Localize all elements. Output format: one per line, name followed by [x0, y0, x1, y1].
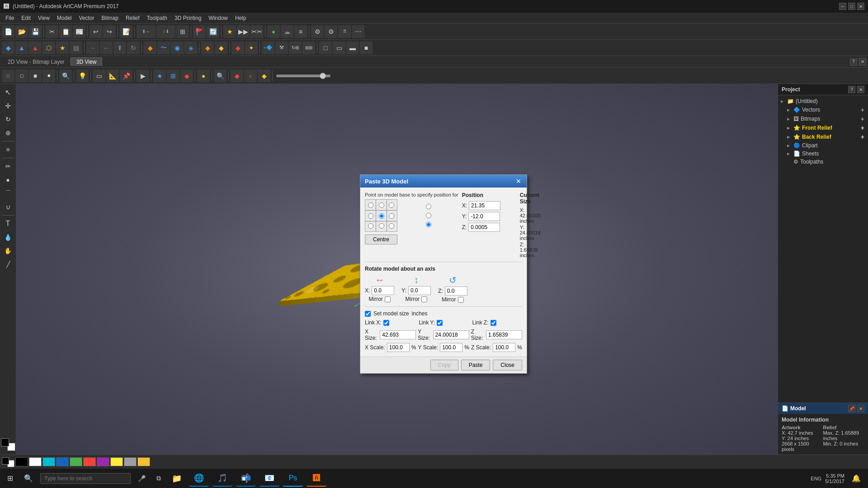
cloud-button[interactable]: ☁: [281, 25, 293, 38]
play-btn[interactable]: ▶: [137, 70, 149, 82]
color-cyan[interactable]: [42, 457, 55, 466]
copy-tb-button[interactable]: 📋: [59, 25, 72, 38]
color-black[interactable]: [15, 457, 28, 466]
point-bl[interactable]: [368, 223, 373, 229]
select-tool[interactable]: ↖: [2, 86, 14, 99]
pattern-button[interactable]: ⠿: [338, 25, 351, 38]
line-tool[interactable]: ╱: [2, 258, 14, 271]
draw-tool[interactable]: ✏: [2, 160, 14, 173]
front-add-btn[interactable]: +: [861, 124, 864, 131]
z-mid-radio[interactable]: [426, 213, 431, 218]
yellow-shape-btn[interactable]: ◆: [215, 42, 227, 54]
bitmaps-add-btn[interactable]: +: [861, 115, 864, 122]
view-side-btn[interactable]: ◽: [42, 70, 55, 82]
red-btn[interactable]: ◆: [180, 70, 193, 82]
menu-item-bitmap[interactable]: Bitmap: [98, 14, 122, 22]
reliefmore-btn[interactable]: ⊞⊞: [302, 42, 315, 54]
menu-item-toolpath[interactable]: Toolpath: [143, 14, 171, 22]
vectors-add-btn[interactable]: +: [861, 106, 864, 113]
shape2-btn[interactable]: ▲: [15, 42, 28, 54]
color-gray[interactable]: [124, 457, 137, 466]
set-model-size-checkbox[interactable]: [365, 311, 371, 317]
app6-btn[interactable]: 📬: [236, 470, 256, 487]
shape6-btn[interactable]: ▤: [70, 42, 82, 54]
roundfull-btn[interactable]: ▬: [346, 42, 359, 54]
cog-button[interactable]: ⚙: [311, 25, 324, 38]
mirror-x-checkbox[interactable]: [385, 296, 391, 302]
rect-btn[interactable]: □: [319, 42, 332, 54]
color-blue[interactable]: [56, 457, 69, 466]
point-ml[interactable]: [368, 213, 373, 219]
flag-button[interactable]: 🚩: [193, 25, 206, 38]
grid-button[interactable]: ⊞: [176, 25, 189, 38]
import-button[interactable]: ⬆↔: [137, 25, 156, 38]
copy-dialog-button[interactable]: Copy: [430, 360, 458, 371]
tree-vectors[interactable]: ▶ 🔷 Vectors +: [780, 105, 866, 114]
fg-color[interactable]: [1, 438, 9, 446]
zoomsearch-btn[interactable]: 🔍: [214, 70, 226, 82]
x-scale-input[interactable]: [387, 343, 410, 352]
menu-item-edit[interactable]: Edit: [18, 14, 34, 22]
link-y-checkbox[interactable]: [437, 320, 443, 326]
z-scale-input[interactable]: [493, 343, 515, 352]
point-bc[interactable]: [379, 223, 384, 229]
menu-item-file[interactable]: File: [2, 14, 18, 22]
tree-back-relief[interactable]: ▶ ⭐ Back Relief +: [780, 132, 866, 141]
star3d-btn[interactable]: ★: [153, 70, 166, 82]
zoom-btn[interactable]: 🔍: [59, 70, 72, 82]
rotate-z-input[interactable]: [445, 286, 467, 296]
model-close-btn[interactable]: ✕: [857, 405, 864, 412]
spin-btn[interactable]: ↻: [127, 42, 140, 54]
artcam-btn[interactable]: 🅰: [307, 470, 326, 487]
arrow-button[interactable]: ▶▶: [237, 25, 250, 38]
yellow3d-btn[interactable]: ●: [197, 70, 210, 82]
menu-item-help[interactable]: Help: [231, 14, 250, 22]
browndot-btn[interactable]: ●: [244, 70, 257, 82]
multi-btn[interactable]: ⊞: [167, 70, 179, 82]
chrome-btn[interactable]: 🌐: [189, 470, 209, 487]
menu-item-model[interactable]: Model: [53, 14, 75, 22]
menu-item-relief[interactable]: Relief: [122, 14, 143, 22]
tree-sheets[interactable]: ▶ 📄 Sheets: [780, 150, 866, 158]
z-size-input[interactable]: [486, 330, 522, 339]
close-dialog-button[interactable]: Close: [493, 360, 522, 371]
app7-btn[interactable]: 📧: [259, 470, 279, 487]
steps-button[interactable]: ≡: [294, 25, 307, 38]
start-button[interactable]: ⊞: [4, 470, 17, 487]
view-top-btn[interactable]: ◻: [15, 70, 28, 82]
lift-btn[interactable]: ⬆: [113, 42, 126, 54]
project-close-btn[interactable]: ✕: [857, 86, 864, 93]
rotate-tool[interactable]: ↻: [2, 113, 14, 126]
file-explorer-btn[interactable]: 📁: [168, 470, 185, 487]
menu-item-window[interactable]: Window: [205, 14, 231, 22]
spotify-btn[interactable]: 🎵: [212, 470, 232, 487]
notes-button[interactable]: 📝: [120, 25, 132, 38]
point-tl[interactable]: [368, 202, 373, 208]
color-purple[interactable]: [97, 457, 109, 466]
hand-tool[interactable]: ✋: [2, 244, 14, 257]
tab-3d-view[interactable]: 3D View: [71, 57, 102, 66]
dialog-close-button[interactable]: ✕: [515, 178, 522, 185]
rotate-y-input[interactable]: [408, 286, 431, 295]
open-button[interactable]: 📂: [15, 25, 28, 38]
panel-close-btn[interactable]: ✕: [859, 58, 866, 66]
minimize-button[interactable]: ─: [839, 3, 846, 10]
point-tr[interactable]: [389, 202, 394, 208]
rotate-button[interactable]: 🔄: [207, 25, 219, 38]
point-br[interactable]: [389, 223, 394, 229]
export-button[interactable]: ↕⬇: [156, 25, 175, 38]
tree-front-relief[interactable]: ▶ ⭐ Front Relief +: [780, 123, 866, 132]
shape4-btn[interactable]: ⬡: [42, 42, 55, 54]
close-button[interactable]: ✕: [857, 3, 864, 10]
grid-tool[interactable]: ≡: [2, 143, 14, 156]
y-size-input[interactable]: [433, 330, 469, 339]
point-tc[interactable]: [379, 202, 384, 208]
save-button[interactable]: 💾: [29, 25, 42, 38]
yellowdia-btn[interactable]: ◆: [258, 70, 270, 82]
wave-btn[interactable]: 〜: [157, 42, 170, 54]
layer-btn[interactable]: ▭: [93, 70, 105, 82]
view-iso-btn[interactable]: ◼: [29, 70, 42, 82]
square-btn[interactable]: ■: [360, 42, 373, 54]
search-button[interactable]: 🔍: [20, 470, 37, 487]
tab-2d-view[interactable]: 2D View - Bitmap Layer: [2, 57, 71, 66]
